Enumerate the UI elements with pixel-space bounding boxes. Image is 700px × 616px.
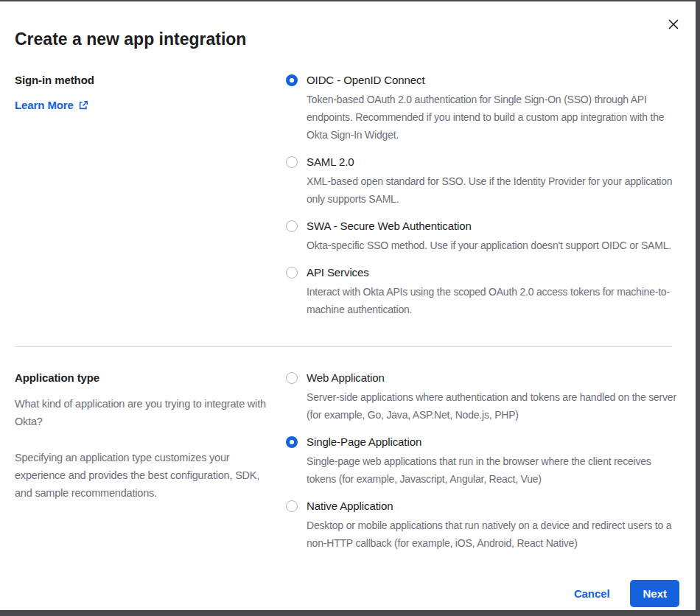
dialog-title: Create a new app integration	[15, 29, 679, 49]
option-oidc-label[interactable]: OIDC - OpenID Connect	[307, 74, 679, 87]
option-native-application[interactable]: Native Application Desktop or mobile app…	[286, 500, 679, 552]
option-oidc[interactable]: OIDC - OpenID Connect Token-based OAuth …	[286, 74, 679, 144]
radio-web-application[interactable]	[286, 372, 298, 384]
close-icon	[668, 19, 679, 32]
option-api-services[interactable]: API Services Interact with Okta APIs usi…	[286, 266, 679, 318]
signin-method-section: Sign-in method Learn More OIDC - OpenID …	[15, 74, 679, 330]
application-type-section: Application type What kind of applicatio…	[15, 371, 679, 564]
option-single-page-application-desc: Single-page web applications that run in…	[307, 452, 679, 488]
signin-left-column: Sign-in method Learn More	[15, 74, 286, 330]
option-single-page-application[interactable]: Single-Page Application Single-page web …	[286, 435, 679, 488]
apptype-options: Web Application Server-side applications…	[286, 371, 679, 564]
option-web-application[interactable]: Web Application Server-side applications…	[286, 371, 679, 424]
option-single-page-application-label[interactable]: Single-Page Application	[307, 435, 679, 449]
apptype-paragraph-2: Specifying an application type customize…	[15, 449, 271, 502]
radio-oidc[interactable]	[286, 74, 298, 86]
signin-method-label: Sign-in method	[15, 74, 271, 87]
next-button[interactable]: Next	[630, 580, 679, 607]
section-divider	[15, 346, 672, 347]
external-link-icon	[78, 100, 88, 111]
apptype-paragraph-1: What kind of application are you trying …	[15, 395, 271, 430]
radio-saml[interactable]	[286, 156, 298, 168]
close-button[interactable]	[666, 18, 681, 32]
option-native-application-label[interactable]: Native Application	[307, 500, 679, 513]
option-oidc-desc: Token-based OAuth 2.0 authentication for…	[307, 91, 679, 144]
option-saml[interactable]: SAML 2.0 XML-based open standard for SSO…	[286, 155, 679, 208]
option-saml-desc: XML-based open standard for SSO. Use if …	[307, 172, 679, 208]
option-web-application-desc: Server-side applications where authentic…	[307, 388, 679, 424]
option-saml-label[interactable]: SAML 2.0	[307, 155, 679, 169]
radio-swa[interactable]	[286, 220, 298, 232]
radio-native-application[interactable]	[286, 500, 298, 512]
option-api-services-label[interactable]: API Services	[307, 266, 679, 279]
dialog-footer: Cancel Next	[15, 580, 679, 607]
application-type-label: Application type	[15, 371, 271, 385]
radio-single-page-application[interactable]	[286, 436, 298, 448]
option-native-application-desc: Desktop or mobile applications that run …	[307, 517, 679, 552]
create-app-integration-dialog: Create a new app integration Sign-in met…	[0, 1, 696, 610]
option-api-services-desc: Interact with Okta APIs using the scoped…	[307, 283, 679, 318]
learn-more-link[interactable]: Learn More	[15, 99, 88, 111]
cancel-button[interactable]: Cancel	[574, 587, 610, 600]
learn-more-label: Learn More	[15, 99, 74, 111]
option-web-application-label[interactable]: Web Application	[307, 371, 679, 385]
radio-api-services[interactable]	[286, 267, 298, 279]
apptype-left-column: Application type What kind of applicatio…	[15, 371, 286, 564]
option-swa-label[interactable]: SWA - Secure Web Authentication	[307, 220, 671, 233]
option-swa[interactable]: SWA - Secure Web Authentication Okta-spe…	[286, 220, 679, 254]
signin-options: OIDC - OpenID Connect Token-based OAuth …	[286, 74, 679, 330]
option-swa-desc: Okta-specific SSO method. Use if your ap…	[307, 237, 671, 254]
